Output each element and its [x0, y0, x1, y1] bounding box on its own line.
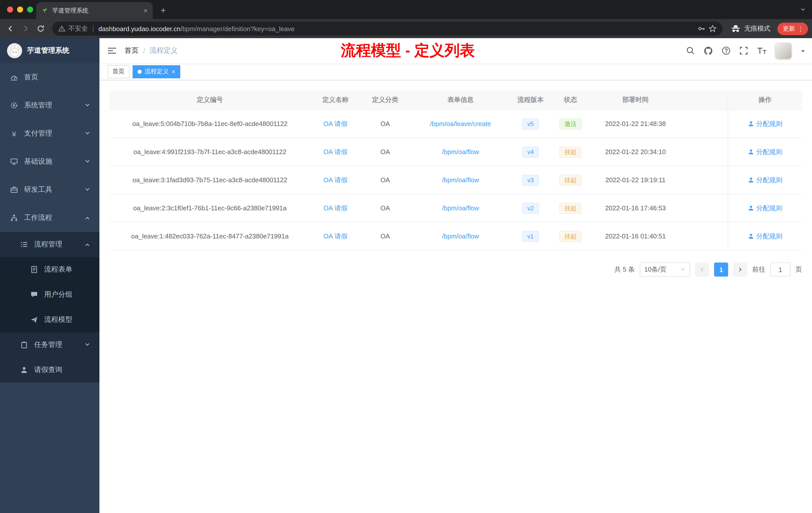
- version-tag: v4: [522, 146, 539, 157]
- tag-close-icon[interactable]: ×: [172, 68, 175, 75]
- top-navbar: 首页 / 流程定义 流程模型 - 定义列表: [99, 38, 812, 63]
- tag-home[interactable]: 首页: [108, 65, 129, 78]
- address-bar[interactable]: 不安全 dashboard.yudao.iocoder.cn/bpm/manag…: [52, 22, 723, 36]
- assign-rule-link[interactable]: 分配规则: [748, 204, 782, 213]
- col-header-time: 部署时间: [591, 90, 680, 110]
- version-tag: v1: [522, 231, 539, 242]
- new-tab-button[interactable]: +: [157, 4, 170, 17]
- security-label[interactable]: 不安全: [68, 24, 88, 33]
- form-link[interactable]: /bpm/oa/flow: [442, 204, 479, 212]
- sidebar-item-workflow[interactable]: 工作流程: [0, 204, 99, 232]
- back-button[interactable]: [4, 22, 17, 35]
- sidebar-item-process-form[interactable]: 流程表单: [0, 257, 99, 282]
- font-size-icon[interactable]: [757, 46, 767, 55]
- table-row: oa_leave:5:004b710b-7b8a-11ec-8ef0-acde4…: [110, 110, 802, 138]
- definition-name-link[interactable]: OA 请假: [323, 119, 347, 128]
- definition-id: oa_leave:4:991f2193-7b7f-11ec-a3c8-acde4…: [110, 138, 310, 165]
- password-key-icon[interactable]: [697, 25, 705, 33]
- assign-rule-label: 分配规则: [756, 147, 782, 156]
- sidebar-item-label: 流程模型: [44, 315, 72, 324]
- sidebar-item-label: 流程管理: [34, 240, 62, 249]
- address-divider: [93, 25, 93, 32]
- form-link[interactable]: /bpm/oa/flow: [442, 176, 479, 184]
- browser-menu-icon[interactable]: ⋮: [798, 25, 804, 32]
- sidebar-item-process-management[interactable]: 流程管理: [0, 232, 99, 257]
- page-number-button[interactable]: 1: [714, 263, 728, 277]
- person-icon: [748, 120, 754, 127]
- sidebar-item-dev-tools[interactable]: 研发工具: [0, 176, 99, 204]
- browser-tab[interactable]: 芋道管理系统 ×: [36, 2, 153, 19]
- assign-rule-label: 分配规则: [756, 119, 782, 128]
- chevron-down-icon: [680, 266, 686, 273]
- definition-name-link[interactable]: OA 请假: [323, 147, 347, 156]
- sidebar-item-label: 基础设施: [24, 157, 52, 166]
- breadcrumb-home[interactable]: 首页: [124, 46, 139, 55]
- next-page-button[interactable]: [733, 263, 747, 277]
- tab-strip: 芋道管理系统 × +: [0, 0, 812, 19]
- sidebar-item-label: 工作流程: [24, 213, 52, 222]
- tab-close-icon[interactable]: ×: [144, 6, 148, 14]
- github-icon[interactable]: [703, 46, 713, 56]
- document-icon: [30, 266, 38, 274]
- prev-page-button[interactable]: [695, 263, 709, 277]
- assign-rule-link[interactable]: 分配规则: [748, 147, 782, 156]
- definition-name-link[interactable]: OA 请假: [323, 175, 347, 184]
- page-content: 定义编号 定义名称 定义分类 表单信息 流程版本 状态 部署时间 操作 oa_l…: [99, 80, 812, 513]
- breadcrumb: 首页 / 流程定义: [124, 46, 178, 55]
- chevron-up-icon: [84, 240, 90, 248]
- col-header-filler: [680, 90, 728, 110]
- hamburger-icon[interactable]: [99, 38, 124, 63]
- forward-button[interactable]: [19, 22, 32, 35]
- minimize-window-button[interactable]: [17, 6, 23, 12]
- help-icon[interactable]: [722, 46, 731, 55]
- zoom-window-button[interactable]: [27, 6, 33, 12]
- sidebar-item-infrastructure[interactable]: 基础设施: [0, 148, 99, 176]
- table-row: oa_leave:2:3c1f0ef1-76b1-11ec-9c66-a2380…: [110, 194, 802, 222]
- assign-rule-link[interactable]: 分配规则: [748, 232, 782, 241]
- sidebar-item-label: 支付管理: [24, 129, 52, 138]
- definition-name-link[interactable]: OA 请假: [323, 232, 347, 241]
- sidebar-item-user-group[interactable]: 用户分组: [0, 282, 99, 307]
- col-header-name: 定义名称: [310, 90, 360, 110]
- logo-avatar: [7, 43, 22, 58]
- table-row: oa_leave:4:991f2193-7b7f-11ec-a3c8-acde4…: [110, 138, 802, 166]
- sidebar-item-leave-query[interactable]: 请假查询: [0, 357, 99, 383]
- sidebar-item-payment[interactable]: ¥ 支付管理: [0, 119, 99, 148]
- col-header-status: 状态: [550, 90, 591, 110]
- page-size-value: 10条/页: [644, 265, 666, 274]
- person-icon: [748, 233, 754, 239]
- form-link[interactable]: /bpm/oa/leave/create: [430, 120, 491, 127]
- definition-category: OA: [360, 222, 410, 250]
- sidebar-item-process-model[interactable]: 流程模型: [0, 307, 99, 332]
- fullscreen-icon[interactable]: [739, 46, 748, 55]
- sidebar-logo[interactable]: 芋道管理系统: [0, 38, 99, 63]
- reload-button[interactable]: [34, 22, 47, 35]
- form-link[interactable]: /bpm/oa/flow: [442, 233, 479, 240]
- user-avatar[interactable]: [775, 43, 791, 59]
- avatar-caret-icon[interactable]: [801, 50, 805, 54]
- sidebar: 芋道管理系统 首页 系统管理: [0, 38, 99, 513]
- form-link[interactable]: /bpm/oa/flow: [442, 148, 479, 156]
- assign-rule-link[interactable]: 分配规则: [748, 119, 782, 128]
- search-icon[interactable]: [686, 46, 695, 55]
- chevron-down-icon: [84, 101, 90, 110]
- page-size-select[interactable]: 10条/页: [640, 263, 690, 277]
- sidebar-item-home[interactable]: 首页: [0, 63, 99, 91]
- row-filler: [680, 110, 728, 138]
- status-tag: 挂起: [559, 175, 581, 185]
- definition-id: oa_leave:1:482ec033-762a-11ec-8477-a2380…: [110, 222, 310, 250]
- tab-search-icon[interactable]: [800, 5, 806, 14]
- assign-rule-link[interactable]: 分配规则: [748, 175, 782, 184]
- close-window-button[interactable]: [7, 6, 13, 12]
- deploy-time: 2022-01-22 19:19:11: [591, 166, 680, 194]
- sidebar-item-task-management[interactable]: 任务管理: [0, 332, 99, 357]
- sidebar-menu: 首页 系统管理 ¥ 支付管理: [0, 63, 99, 383]
- tag-process-definition[interactable]: 流程定义 ×: [133, 65, 180, 78]
- definition-name-link[interactable]: OA 请假: [323, 204, 347, 213]
- bookmark-star-icon[interactable]: [708, 25, 717, 33]
- col-header-form: 表单信息: [410, 90, 511, 110]
- sidebar-item-system[interactable]: 系统管理: [0, 91, 99, 119]
- goto-page-input[interactable]: [770, 263, 790, 277]
- browser-update-button[interactable]: 更新 ⋮: [777, 22, 808, 35]
- version-tag: v2: [522, 203, 539, 214]
